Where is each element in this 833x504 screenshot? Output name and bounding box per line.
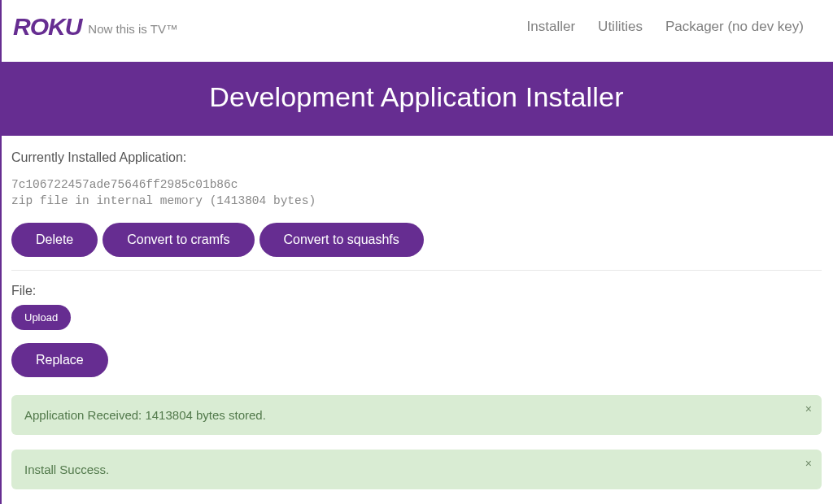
accent-stripe <box>0 0 2 504</box>
alert-received: Application Received: 1413804 bytes stor… <box>11 395 822 435</box>
nav-link-utilities[interactable]: Utilities <box>598 19 643 35</box>
main-content: Currently Installed Application: 7c10672… <box>0 136 833 489</box>
top-nav: Installer Utilities Packager (no dev key… <box>527 19 804 35</box>
file-section: File: Upload <box>11 284 822 330</box>
replace-section: Replace <box>11 343 822 377</box>
installed-hash: 7c106722457ade75646ff2985c01b86c <box>11 178 238 191</box>
installed-actions: Delete Convert to cramfs Convert to squa… <box>11 223 822 257</box>
upload-button[interactable]: Upload <box>11 305 71 330</box>
page-title: Development Application Installer <box>209 81 623 112</box>
convert-cramfs-button[interactable]: Convert to cramfs <box>102 223 254 257</box>
alert-success: Install Success. × <box>11 450 822 489</box>
installed-details: 7c106722457ade75646ff2985c01b86c zip fil… <box>11 176 822 210</box>
file-label: File: <box>11 284 822 298</box>
page-title-banner: Development Application Installer <box>0 62 833 136</box>
brand: Roku Now this is TV™ <box>13 15 178 39</box>
nav-link-installer[interactable]: Installer <box>527 19 576 35</box>
brand-logo: Roku <box>13 15 81 39</box>
nav-link-packager[interactable]: Packager (no dev key) <box>665 19 804 35</box>
replace-button[interactable]: Replace <box>11 343 108 377</box>
alert-success-text: Install Success. <box>24 463 109 476</box>
installed-heading: Currently Installed Application: <box>11 150 822 165</box>
header: Roku Now this is TV™ Installer Utilities… <box>0 0 833 62</box>
installed-detail-line: zip file in internal memory (1413804 byt… <box>11 194 316 207</box>
brand-tagline: Now this is TV™ <box>88 22 178 36</box>
alert-received-text: Application Received: 1413804 bytes stor… <box>24 408 266 422</box>
close-icon[interactable]: × <box>805 458 812 469</box>
delete-button[interactable]: Delete <box>11 223 98 257</box>
close-icon[interactable]: × <box>805 403 812 415</box>
divider <box>11 270 822 271</box>
convert-squashfs-button[interactable]: Convert to squashfs <box>259 223 424 257</box>
